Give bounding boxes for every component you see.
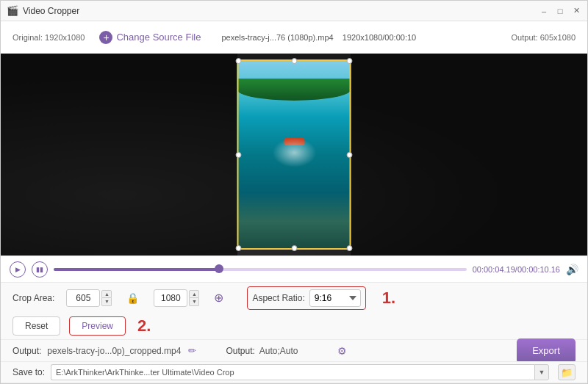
aspect-ratio-group: Aspect Ratio: 9:16 Free 1:1 4:3 16:9 Cus… — [247, 286, 365, 310]
gear-icon[interactable]: ⚙ — [337, 345, 347, 357]
bw-right-overlay — [351, 54, 587, 256]
width-spin-down[interactable]: ▼ — [101, 298, 112, 306]
output-resolution: 605x1080 — [540, 33, 576, 42]
boat-wake — [272, 138, 316, 167]
output-row: Output: pexels-tracy-jo...0p)_cropped.mp… — [1, 339, 587, 361]
main-window: 🎬 Video Cropper – □ ✕ Original: 1920x108… — [0, 0, 588, 384]
toolbar: Original: 1920x1080 + Change Source File… — [1, 21, 587, 54]
height-spinners: ▲ ▼ — [189, 290, 199, 306]
time-current: 00:00:04.19 — [473, 265, 515, 274]
time-total: 00:00:10.16 — [517, 265, 560, 274]
island-element — [237, 79, 351, 101]
original-resolution: 1920x1080 — [45, 33, 85, 42]
change-source-button[interactable]: + Change Source File — [93, 28, 207, 47]
save-row: Save to: ▼ 📁 — [1, 361, 587, 383]
video-area — [1, 54, 587, 256]
video-background — [1, 54, 587, 256]
export-button[interactable]: Export — [517, 338, 576, 363]
playback-bar: ▶ ▮▮ 00:00:04.19/00:00:10.16 🔊 — [1, 256, 587, 282]
crop-content — [237, 59, 351, 250]
bw-left-overlay — [1, 54, 237, 256]
lock-icon[interactable]: 🔒 — [123, 292, 142, 304]
play-button[interactable]: ▶ — [10, 261, 26, 278]
output-file-name: pexels-tracy-jo...0p)_cropped.mp4 — [47, 346, 181, 356]
crop-area-label: Crop Area: — [12, 293, 54, 303]
save-path-input[interactable] — [51, 364, 534, 380]
output-right: Output: Auto;Auto ⚙ — [226, 345, 346, 357]
output-settings-value: Auto;Auto — [259, 346, 333, 356]
original-label: Original: — [12, 33, 43, 42]
title-bar-controls: – □ ✕ — [539, 6, 581, 16]
file-name: pexels-tracy-j...76 (1080p).mp4 — [221, 33, 333, 42]
original-info: Original: 1920x1080 — [12, 33, 85, 42]
step-1-badge: 1. — [382, 289, 395, 308]
save-label: Save to: — [12, 367, 45, 377]
time-display: 00:00:04.19/00:00:10.16 — [473, 265, 560, 274]
minimize-button[interactable]: – — [539, 6, 549, 16]
maximize-button[interactable]: □ — [555, 6, 565, 16]
output-info: Output: 605x1080 — [512, 33, 576, 42]
path-dropdown-button[interactable]: ▼ — [534, 364, 549, 380]
output-settings-label: Output: — [226, 346, 254, 356]
title-bar-left: 🎬 Video Cropper — [7, 5, 79, 16]
crop-preview-area — [237, 59, 351, 250]
output-label: Output: — [512, 33, 538, 42]
reset-button[interactable]: Reset — [12, 316, 60, 336]
progress-fill — [54, 268, 219, 271]
plus-icon: + — [99, 31, 112, 44]
title-bar: 🎬 Video Cropper – □ ✕ — [1, 1, 587, 21]
height-spin-down[interactable]: ▼ — [189, 298, 199, 306]
boat-element — [283, 138, 305, 153]
move-icon[interactable]: ⊕ — [214, 291, 223, 305]
app-title: Video Cropper — [23, 6, 79, 16]
progress-track[interactable] — [54, 268, 467, 271]
progress-thumb[interactable] — [215, 264, 223, 273]
change-source-label: Change Source File — [116, 32, 201, 43]
output-row-label: Output: — [12, 346, 41, 356]
file-info: pexels-tracy-j...76 (1080p).mp4 1920x108… — [221, 33, 416, 42]
width-input[interactable] — [66, 289, 100, 307]
step-2-badge: 2. — [137, 316, 151, 336]
path-input-group: ▼ — [51, 364, 549, 380]
height-spin-up[interactable]: ▲ — [189, 290, 199, 298]
aspect-ratio-select[interactable]: 9:16 Free 1:1 4:3 16:9 Custom — [309, 289, 361, 307]
app-icon: 🎬 — [7, 5, 18, 16]
controls-row: Crop Area: ▲ ▼ 🔒 ▲ ▼ ⊕ Aspect Ratio: 9:1… — [1, 282, 587, 313]
preview-button[interactable]: Preview — [69, 316, 126, 336]
width-spinners: ▲ ▼ — [101, 290, 112, 306]
width-spin-up[interactable]: ▲ — [101, 290, 112, 298]
height-input-group: ▲ ▼ — [154, 289, 199, 307]
volume-icon[interactable]: 🔊 — [566, 264, 578, 275]
edit-icon[interactable]: ✏ — [188, 345, 196, 356]
height-input[interactable] — [154, 289, 187, 307]
width-input-group: ▲ ▼ — [66, 289, 112, 307]
file-meta: 1920x1080/00:00:10 — [343, 33, 416, 42]
aspect-label: Aspect Ratio: — [252, 293, 304, 303]
action-row: Reset Preview 2. — [1, 313, 587, 339]
stop-button[interactable]: ▮▮ — [32, 261, 48, 278]
close-button[interactable]: ✕ — [571, 6, 581, 16]
folder-button[interactable]: 📁 — [558, 364, 576, 380]
